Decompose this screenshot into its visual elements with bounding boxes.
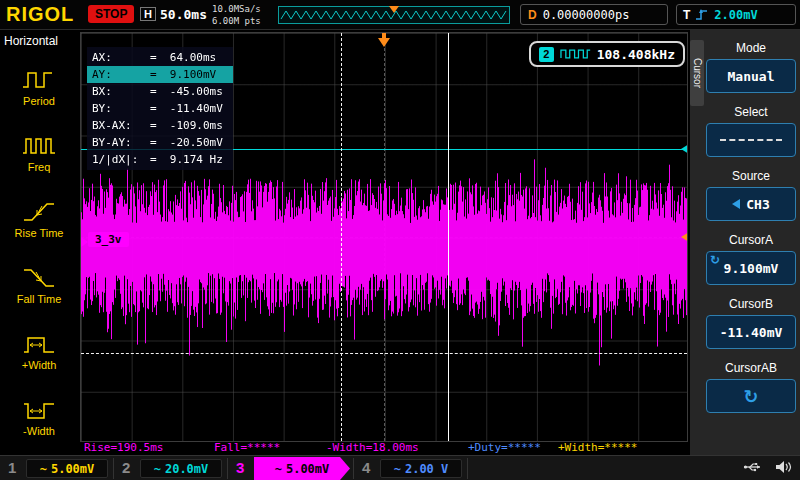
cursor-a-vertical-line[interactable] — [448, 33, 449, 441]
readout-row-by: BY:= -11.40mV — [87, 100, 233, 117]
trigger-level-value: 2.00mV — [714, 8, 757, 22]
delay-readout: D 0.00000000ps — [520, 4, 668, 25]
top-status-bar: RIGOL STOP H 50.0ms 10.0MSa/s 6.00M pts … — [0, 0, 800, 30]
ch3-label-tag: 3_3v — [88, 232, 129, 247]
section-select: Select — [706, 104, 796, 157]
pulse-train-icon — [560, 48, 591, 60]
channel-2-cell[interactable]: 2 ~20.0mV — [114, 456, 226, 480]
channel-1-number: 1 — [8, 459, 16, 476]
stat-fall: Fall=***** — [214, 441, 280, 454]
cursor-b-horizontal-line[interactable] — [81, 353, 687, 354]
frequency-counter-badge: 2 108.408kHz — [529, 41, 685, 67]
sidebar-item-label: Fall Time — [17, 293, 62, 305]
stat-plus-duty: +Duty=***** — [468, 441, 541, 454]
sidebar-item-freq[interactable]: Freq — [0, 120, 78, 186]
sidebar-item-label: -Width — [23, 425, 55, 437]
channel-1-cell[interactable]: 1 ~5.00mV — [0, 456, 112, 480]
channel-2-number: 2 — [122, 459, 130, 476]
sidebar-item-label: Freq — [28, 161, 51, 173]
readout-row-invdx: 1/|dX|:= 9.174 Hz — [87, 151, 233, 168]
stat-rise: Rise=190.5ms — [84, 441, 163, 454]
rotate-knob-icon: ↻ — [710, 253, 720, 267]
stat-plus-width: +Width=***** — [558, 441, 637, 454]
rise-time-icon — [21, 199, 57, 225]
minus-width-icon — [21, 397, 57, 423]
section-cursor-a: CursorA ↻9.100mV — [706, 232, 796, 285]
sidebar-item-plus-width[interactable]: +Width — [0, 318, 78, 384]
cursor-b-header: CursorB — [706, 296, 796, 313]
readout-row-ax: AX:= 64.00ms — [87, 49, 233, 66]
waveform-preview-bar — [278, 6, 510, 24]
cursor-a-header: CursorA — [706, 232, 796, 249]
stat-minus-width: -Width=18.00ms — [326, 441, 419, 454]
rotate-knob-icon: ↻ — [743, 386, 758, 407]
oscilloscope-screen: RIGOL STOP H 50.0ms 10.0MSa/s 6.00M pts … — [0, 0, 800, 480]
freq-counter-channel: 2 — [539, 47, 554, 62]
freq-counter-value: 108.408kHz — [597, 47, 675, 62]
readout-row-bxax: BX-AX:= -109.0ms — [87, 117, 233, 134]
io-status-icons — [743, 460, 792, 474]
channel-arrow-icon — [732, 199, 740, 209]
cursor-ab-header: CursorAB — [706, 360, 796, 377]
freq-icon — [21, 133, 57, 159]
sidebar-item-label: Period — [23, 95, 55, 107]
sidebar-item-fall-time[interactable]: Fall Time — [0, 252, 78, 318]
run-stop-status[interactable]: STOP — [88, 5, 134, 23]
delay-label: D — [528, 8, 537, 22]
divider — [467, 458, 468, 479]
trigger-edge-icon — [695, 8, 709, 21]
menu-column: Mode Manual Select Source CH3 CursorA ↻9… — [706, 40, 796, 424]
section-source: Source CH3 — [706, 168, 796, 221]
readout-row-bx: BX:= -45.00ms — [87, 83, 233, 100]
cursor-b-button[interactable]: -11.40mV — [706, 315, 796, 349]
sidebar-item-minus-width[interactable]: -Width — [0, 384, 78, 450]
preview-trigger-marker-icon — [389, 6, 399, 13]
cursor-menu-panel: Cursor Mode Manual Select Source CH3 Cur… — [690, 30, 800, 455]
cursor-ab-button[interactable]: ↻ — [706, 379, 796, 413]
ch3-position-arrow-icon — [81, 237, 88, 247]
section-cursor-ab: CursorAB ↻ — [706, 360, 796, 413]
source-header: Source — [706, 168, 796, 185]
channel-4-scale: ~2.00 V — [380, 459, 462, 478]
channel-status-bar: 1 ~5.00mV 2 ~20.0mV 3 ~5.00mV 4 ~2.00 V — [0, 455, 800, 480]
readout-row-ay: AY:= 9.100mV — [87, 66, 233, 83]
section-cursor-b: CursorB -11.40mV — [706, 296, 796, 349]
plus-width-icon — [21, 331, 57, 357]
acquisition-info: 10.0MSa/s 6.00M pts — [212, 3, 261, 27]
channel-3-number: 3 — [236, 459, 244, 476]
sample-rate: 10.0MSa/s — [212, 3, 261, 15]
trigger-label: T — [683, 8, 690, 22]
channel-1-scale: ~5.00mV — [26, 459, 108, 478]
dashed-line-icon — [720, 139, 782, 141]
sidebar-item-label: Rise Time — [15, 227, 64, 239]
usb-icon — [743, 460, 763, 474]
sidebar-item-rise-time[interactable]: Rise Time — [0, 186, 78, 252]
sidebar-item-label: +Width — [22, 359, 57, 371]
cursor-b-vertical-line[interactable] — [341, 33, 342, 441]
horizontal-indicator: H — [140, 7, 156, 21]
select-header: Select — [706, 104, 796, 121]
channel-3-cell[interactable]: 3 ~5.00mV — [228, 456, 352, 480]
readout-row-byay: BY-AY:= -20.50mV — [87, 134, 233, 151]
mode-button[interactable]: Manual — [706, 59, 796, 93]
mode-header: Mode — [706, 40, 796, 57]
memory-depth: 6.00M pts — [212, 15, 261, 27]
channel-3-scale-selected: ~5.00mV — [254, 457, 350, 480]
waveform-display-area: 3_3v AX:= 64.00ms AY:= 9.100mV BX:= -45.… — [80, 32, 688, 442]
channel-4-number: 4 — [362, 459, 370, 476]
select-button[interactable] — [706, 123, 796, 157]
cursor-a-button[interactable]: ↻9.100mV — [706, 251, 796, 285]
period-icon — [21, 67, 57, 93]
measurement-stats-row: Rise=190.5ms Fall=***** -Width=18.00ms +… — [80, 441, 688, 455]
channel-2-scale: ~20.0mV — [140, 459, 222, 478]
timebase-value: 50.0ms — [160, 7, 207, 22]
channel-4-cell[interactable]: 4 ~2.00 V — [354, 456, 466, 480]
delay-value: 0.00000000ps — [543, 8, 630, 22]
menu-tab-cursor: Cursor — [690, 40, 704, 106]
trigger-level-marker-icon — [681, 232, 688, 242]
fall-time-icon — [21, 265, 57, 291]
measure-sidebar: Horizontal Period Freq Rise Time — [0, 30, 78, 455]
sidebar-item-period[interactable]: Period — [0, 54, 78, 120]
speaker-icon — [775, 460, 792, 474]
source-button[interactable]: CH3 — [706, 187, 796, 221]
